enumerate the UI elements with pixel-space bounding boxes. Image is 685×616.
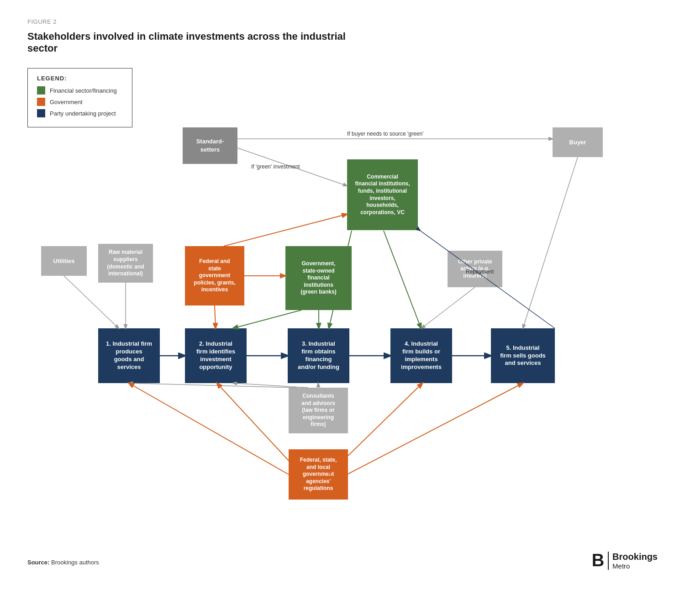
svg-line-11 <box>224 214 347 246</box>
box-step1: 1. Industrial firm produces goods and se… <box>98 328 160 383</box>
brookings-metro: Metro <box>612 562 658 570</box>
svg-text:If buyer needs to source 'gree: If buyer needs to source 'green' <box>347 131 423 137</box>
figure-title: Stakeholders involved in climate investm… <box>27 31 347 54</box>
svg-text:If 'green' investment: If 'green' investment <box>251 163 300 170</box>
box-buyer: Buyer <box>553 127 603 157</box>
svg-line-26 <box>233 310 301 328</box>
box-step4: 4. Industrial firm builds or implements … <box>390 328 452 383</box>
source-label: Source: <box>27 559 49 566</box>
svg-line-2 <box>237 148 347 186</box>
legend-color-green <box>37 86 45 95</box>
legend-color-navy <box>37 109 45 117</box>
svg-line-22 <box>129 383 289 474</box>
brookings-divider <box>608 552 609 570</box>
box-gov-state-owned: Government, state-owned financial instit… <box>285 246 352 310</box>
brookings-b-letter: B <box>592 551 604 570</box>
diagram-area: LEGEND: Financial sector/financing Gover… <box>27 68 658 570</box>
svg-line-19 <box>233 383 308 388</box>
box-federal-state: Federal and state government policies, g… <box>185 246 244 305</box>
svg-line-12 <box>64 276 119 328</box>
legend-label-green: Financial sector/financing <box>50 87 117 94</box>
box-step2: 2. Industrial firm identifies investment… <box>185 328 247 383</box>
page-container: FIGURE 2 Stakeholders involved in climat… <box>0 0 685 616</box>
box-other-private: Other private actors (e.g. insurers) <box>448 251 502 287</box>
box-raw-material: Raw material suppliers (domestic and int… <box>98 244 153 283</box>
svg-line-27 <box>384 231 421 328</box>
box-utilities: Utilities <box>41 246 87 276</box>
box-standard-setters: Standard- setters <box>183 127 237 164</box>
brookings-name: Brookings <box>612 551 658 562</box>
box-step3: 3. Industrial firm obtains financing and… <box>288 328 349 383</box>
svg-line-4 <box>523 157 578 328</box>
svg-line-25 <box>347 383 523 474</box>
box-step5: 5. Industrial firm sells goods and servi… <box>491 328 555 383</box>
source-text: Brookings authors <box>51 559 99 566</box>
box-consultants: Consultants and advisors (law firms or e… <box>289 388 348 433</box>
box-fed-state-local: Federal, state, and local government age… <box>289 449 348 500</box>
figure-label: FIGURE 2 <box>27 18 658 25</box>
source-line: Source: Brookings authors <box>27 559 99 566</box>
legend-label-orange: Government <box>50 99 83 105</box>
legend-label-navy: Party undertaking project <box>50 110 116 117</box>
legend-item-orange: Government <box>37 98 123 106</box>
legend-box: LEGEND: Financial sector/financing Gover… <box>27 68 132 127</box>
box-commercial-fi: Commercial financial institutions, funds… <box>347 159 418 230</box>
legend-color-orange <box>37 98 45 106</box>
brookings-text: Brookings Metro <box>612 551 658 570</box>
legend-title: LEGEND: <box>37 75 123 82</box>
brookings-logo: B Brookings Metro <box>592 551 658 570</box>
legend-item-green: Financial sector/financing <box>37 86 123 95</box>
svg-line-21 <box>129 383 297 388</box>
svg-line-7 <box>215 305 216 328</box>
svg-line-14 <box>422 287 475 328</box>
legend-item-navy: Party undertaking project <box>37 109 123 117</box>
